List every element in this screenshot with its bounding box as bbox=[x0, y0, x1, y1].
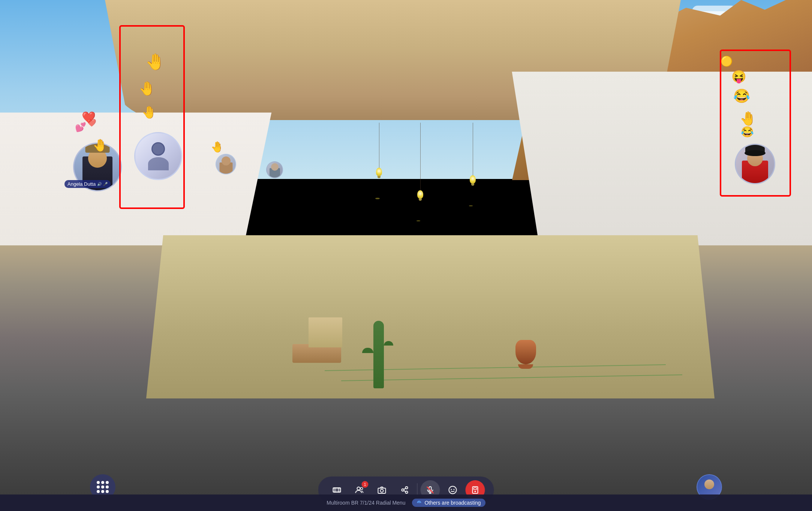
center-avatar[interactable] bbox=[134, 132, 182, 180]
svg-rect-13 bbox=[474, 488, 477, 490]
right-avatar[interactable] bbox=[735, 144, 775, 184]
vase bbox=[515, 340, 536, 368]
wave-emoji-top: 🤚 bbox=[145, 53, 165, 71]
small-avatar-right-mid[interactable] bbox=[266, 161, 283, 178]
svg-point-11 bbox=[454, 489, 455, 490]
cactus-main bbox=[373, 321, 384, 388]
angela-icon: 🔊 bbox=[97, 182, 102, 186]
share-icon bbox=[400, 485, 409, 494]
svg-point-6 bbox=[406, 487, 408, 489]
broadcast-icon bbox=[471, 485, 480, 494]
mic-muted-icon bbox=[426, 485, 435, 494]
film-icon bbox=[333, 485, 342, 494]
svg-point-2 bbox=[361, 487, 363, 490]
desert-floor bbox=[146, 235, 715, 399]
angela-label: Angela Dutta 🔊 🎤 bbox=[64, 180, 111, 188]
laughing-emoji-2: 😂 bbox=[733, 88, 750, 104]
angela-icon2: 🎤 bbox=[103, 182, 108, 186]
wave-emoji-right: 🤚 bbox=[740, 111, 757, 126]
room-label: Multiroom BR 7/1/24 Radial Menu bbox=[327, 500, 405, 506]
svg-point-10 bbox=[451, 489, 452, 490]
wave-emoji-lower: 🤚 bbox=[142, 105, 157, 119]
laughing-emoji-1: 😝 bbox=[731, 69, 746, 84]
camera-icon bbox=[378, 485, 387, 494]
planter-soil bbox=[309, 317, 342, 347]
wave-emoji-mid: 🤚 bbox=[139, 81, 156, 96]
svg-point-14 bbox=[475, 491, 476, 492]
svg-point-1 bbox=[357, 487, 360, 490]
wave-emoji-cactus: 🤚 bbox=[211, 141, 224, 153]
emoji-icon bbox=[448, 485, 457, 494]
small-dot-emoji: 🟡 bbox=[721, 56, 733, 67]
svg-point-15 bbox=[419, 502, 419, 503]
svg-point-9 bbox=[449, 486, 457, 494]
wave-hand-angela: 🤚 bbox=[93, 138, 108, 152]
small-avatar-center[interactable] bbox=[216, 154, 236, 174]
laughing-emoji-3: 😂 bbox=[741, 126, 754, 138]
broadcasting-badge: Others are broadcasting bbox=[412, 499, 485, 507]
svg-point-5 bbox=[402, 489, 404, 491]
svg-rect-0 bbox=[333, 488, 341, 492]
grid-icon bbox=[97, 481, 109, 493]
heart-emoji-3: ❤️ bbox=[87, 118, 96, 127]
svg-point-4 bbox=[381, 489, 384, 492]
angela-name: Angela Dutta bbox=[67, 181, 96, 187]
broadcast-badge-icon bbox=[416, 500, 422, 505]
heart-emoji-2: 💕 bbox=[75, 122, 86, 132]
broadcasting-text: Others are broadcasting bbox=[424, 500, 481, 506]
svg-point-7 bbox=[406, 491, 408, 493]
status-bar: Multiroom BR 7/1/24 Radial Menu Others a… bbox=[0, 494, 812, 511]
people-badge: 1 bbox=[362, 481, 369, 488]
